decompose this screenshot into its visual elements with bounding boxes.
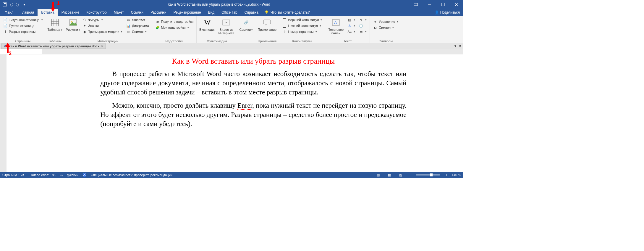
proofing-icon[interactable]: ▭ bbox=[60, 173, 63, 177]
my-addins-button[interactable]: 🧩Мои надстройки▾ bbox=[154, 25, 195, 30]
icons-icon: ✦ bbox=[82, 23, 87, 28]
tab-design[interactable]: Конструктор bbox=[83, 9, 110, 16]
quickparts-button[interactable]: ▤▾ bbox=[346, 17, 356, 22]
page-break-button[interactable]: ⤒Разрыв страницы bbox=[2, 29, 44, 34]
svg-rect-2 bbox=[414, 3, 418, 6]
comment-button[interactable]: Примечание bbox=[257, 17, 277, 31]
screenshot-button[interactable]: ⎚Снимок▾ bbox=[125, 29, 150, 34]
redo-icon[interactable] bbox=[15, 2, 20, 7]
signature-button[interactable]: ✎▾ bbox=[357, 17, 368, 22]
smartart-button[interactable]: ▭SmartArt bbox=[125, 17, 150, 22]
close-icon[interactable] bbox=[450, 0, 463, 9]
zoom-out-icon[interactable]: − bbox=[408, 173, 410, 177]
word-doc-icon: W bbox=[4, 44, 7, 48]
equation-button[interactable]: πУравнение▾ bbox=[372, 19, 399, 24]
footer-button[interactable]: ▁Нижний колонтитул▾ bbox=[281, 23, 323, 28]
share-button[interactable]: 👤 Поделиться bbox=[431, 9, 463, 16]
group-multimedia: W Википедия Видео из Интернета Мультимед… bbox=[197, 16, 237, 43]
online-video-button[interactable]: Видео из Интернета bbox=[217, 17, 235, 35]
ribbon-display-icon[interactable] bbox=[409, 0, 423, 9]
wikipedia-label: Википедия bbox=[199, 28, 216, 31]
textbox-button[interactable]: A Текстовое поле▾ bbox=[327, 17, 345, 35]
document-page: Как в Word вставить или убрать разрыв ст… bbox=[58, 54, 412, 128]
tab-file[interactable]: Файл bbox=[1, 9, 17, 16]
zoom-slider[interactable] bbox=[416, 174, 440, 176]
tab-layout[interactable]: Макет bbox=[110, 9, 127, 16]
zoom-level[interactable]: 140 % bbox=[452, 173, 461, 177]
vertical-ruler[interactable] bbox=[0, 54, 7, 172]
header-label: Верхний колонтитул bbox=[288, 18, 319, 22]
tab-draw[interactable]: Рисование bbox=[58, 9, 83, 16]
tab-officetab[interactable]: Office Tab bbox=[218, 9, 241, 16]
symbol-button[interactable]: ΩСимвол▾ bbox=[372, 25, 399, 30]
header-icon: ▔ bbox=[282, 17, 287, 22]
ruler-area bbox=[0, 49, 463, 54]
pagenumber-button[interactable]: #Номер страницы▾ bbox=[281, 29, 323, 34]
tab-close-all-icon[interactable]: × bbox=[458, 44, 462, 48]
video-icon bbox=[221, 18, 231, 27]
group-addins-label: Надстройки bbox=[165, 39, 183, 43]
pictures-button[interactable]: Рисунки▾ bbox=[66, 17, 80, 32]
pictures-icon bbox=[68, 18, 78, 27]
get-addins-button[interactable]: 🛍Получить надстройки bbox=[154, 19, 195, 24]
doc-paragraph-1: В процессе работы в Microsoft Word часто… bbox=[101, 69, 407, 97]
tab-insert[interactable]: Вставка bbox=[38, 9, 58, 16]
cover-page-button[interactable]: 📄Титульная страница▾ bbox=[2, 17, 44, 22]
links-button[interactable]: 🔗 Ссылки▾ bbox=[239, 17, 253, 32]
doc-heading: Как в Word вставить или убрать разрыв ст… bbox=[101, 57, 407, 66]
my-addins-icon: 🧩 bbox=[155, 25, 160, 30]
undo-icon[interactable] bbox=[9, 2, 14, 7]
wikipedia-button[interactable]: W Википедия bbox=[198, 17, 216, 31]
group-tables-label: Таблицы bbox=[48, 39, 62, 43]
group-comments: Примечание Примечания bbox=[255, 16, 279, 43]
qat-customize-icon[interactable]: ▾ bbox=[22, 2, 27, 7]
links-icon: 🔗 bbox=[241, 18, 251, 27]
minimize-icon[interactable] bbox=[423, 0, 436, 9]
tab-view[interactable]: Вид bbox=[204, 9, 218, 16]
status-page[interactable]: Страница 1 из 1 bbox=[2, 173, 27, 177]
tab-home[interactable]: Главная bbox=[17, 9, 38, 16]
status-language[interactable]: русский bbox=[67, 173, 78, 177]
document-tab[interactable]: W Как в Word вставить или убрать разрыв … bbox=[1, 44, 106, 49]
datetime-button[interactable]: 🕓 bbox=[357, 23, 368, 28]
tab-help[interactable]: Справка bbox=[241, 9, 262, 16]
datetime-icon: 🕓 bbox=[359, 23, 363, 28]
object-button[interactable]: ▭▾ bbox=[357, 29, 368, 34]
group-pages-label: Страницы bbox=[15, 39, 30, 43]
page-area[interactable]: Как в Word вставить или убрать разрыв ст… bbox=[7, 54, 463, 172]
tab-review[interactable]: Рецензирование bbox=[170, 9, 205, 16]
3dmodels-label: Трехмерные модели bbox=[88, 30, 119, 33]
wordart-icon: A bbox=[347, 23, 352, 28]
tell-me[interactable]: 💡 Что вы хотите сделать? bbox=[262, 9, 312, 16]
read-mode-icon[interactable]: ▤ bbox=[375, 173, 382, 177]
tab-close-icon[interactable]: × bbox=[101, 44, 103, 48]
svg-text:A: A bbox=[334, 20, 337, 25]
icons-button[interactable]: ✦Значки bbox=[81, 23, 124, 28]
smartart-label: SmartArt bbox=[132, 18, 145, 22]
tab-mailings[interactable]: Рассылки bbox=[147, 9, 170, 16]
status-accessibility[interactable]: Специальные возможности: проверьте реком… bbox=[91, 173, 172, 177]
zoom-in-icon[interactable]: + bbox=[446, 173, 447, 177]
print-layout-icon[interactable]: ▦ bbox=[386, 173, 393, 177]
p2-error-word: Enrer bbox=[237, 102, 252, 110]
accessibility-icon: ♿ bbox=[82, 173, 87, 177]
header-button[interactable]: ▔Верхний колонтитул▾ bbox=[281, 17, 323, 22]
3dmodels-button[interactable]: ◉Трехмерные модели▾ bbox=[81, 29, 124, 34]
video-label: Видео из Интернета bbox=[217, 28, 235, 35]
dropcap-button[interactable]: A≡▾ bbox=[346, 29, 356, 34]
web-layout-icon[interactable]: ▨ bbox=[397, 173, 404, 177]
tab-references[interactable]: Ссылки bbox=[127, 9, 147, 16]
wordart-button[interactable]: A▾ bbox=[346, 23, 356, 28]
page-break-icon: ⤒ bbox=[3, 29, 8, 34]
horizontal-ruler[interactable] bbox=[7, 49, 463, 54]
blank-page-button[interactable]: 📄Пустая страница bbox=[2, 23, 44, 28]
chart-button[interactable]: 📊Диаграмма bbox=[125, 23, 150, 28]
status-words[interactable]: Число слов: 188 bbox=[31, 173, 55, 177]
save-icon[interactable] bbox=[2, 2, 7, 7]
shapes-button[interactable]: ⬠Фигуры▾ bbox=[81, 17, 124, 22]
table-button[interactable]: Таблица▾ bbox=[48, 17, 62, 32]
maximize-icon[interactable] bbox=[436, 0, 450, 9]
tab-dropdown-icon[interactable]: ▾ bbox=[453, 44, 457, 48]
group-addins: 🛍Получить надстройки 🧩Мои надстройки▾ На… bbox=[152, 16, 197, 43]
group-links: 🔗 Ссылки▾ bbox=[237, 16, 255, 43]
